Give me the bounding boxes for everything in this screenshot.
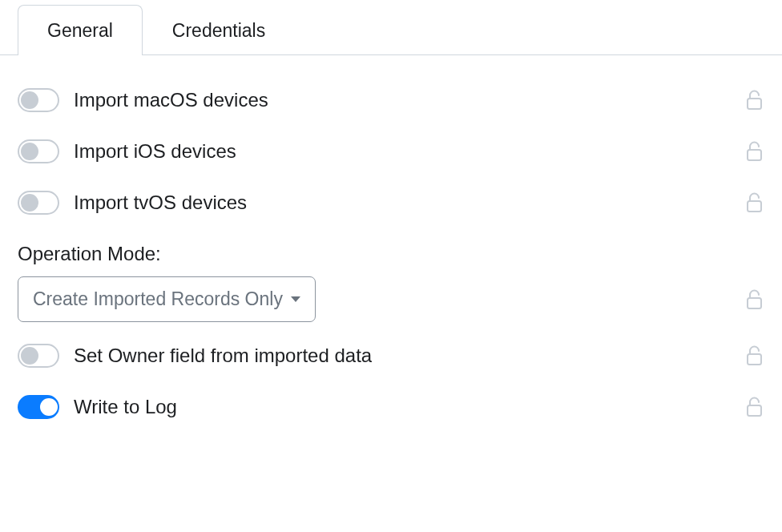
select-operation-mode[interactable]: Create Imported Records Only bbox=[18, 276, 316, 322]
caret-down-icon bbox=[291, 296, 300, 302]
svg-rect-1 bbox=[748, 150, 761, 160]
label-import-macos: Import macOS devices bbox=[74, 89, 268, 111]
unlock-icon[interactable] bbox=[745, 345, 764, 367]
row-operation-mode: Create Imported Records Only bbox=[18, 276, 764, 322]
label-import-ios: Import iOS devices bbox=[74, 140, 236, 163]
unlock-icon[interactable] bbox=[745, 89, 764, 111]
label-set-owner: Set Owner field from imported data bbox=[74, 345, 372, 367]
tab-credentials[interactable]: Credentials bbox=[143, 5, 295, 54]
svg-rect-2 bbox=[748, 201, 761, 212]
unlock-icon[interactable] bbox=[745, 140, 764, 163]
row-set-owner: Set Owner field from imported data bbox=[18, 330, 764, 381]
row-write-log: Write to Log bbox=[18, 381, 764, 433]
toggle-set-owner[interactable] bbox=[18, 344, 59, 368]
row-import-macos: Import macOS devices bbox=[18, 75, 764, 126]
toggle-import-macos[interactable] bbox=[18, 88, 59, 112]
label-import-tvos: Import tvOS devices bbox=[74, 191, 247, 214]
toggle-write-log[interactable] bbox=[18, 395, 59, 419]
tab-general[interactable]: General bbox=[18, 5, 143, 55]
unlock-icon[interactable] bbox=[745, 288, 764, 311]
general-panel: Import macOS devices Import iOS devices … bbox=[0, 55, 782, 433]
operation-mode-label: Operation Mode: bbox=[18, 243, 764, 265]
toggle-import-ios[interactable] bbox=[18, 139, 59, 163]
tab-bar: General Credentials bbox=[0, 0, 782, 55]
unlock-icon[interactable] bbox=[745, 191, 764, 214]
svg-rect-3 bbox=[748, 298, 761, 308]
toggle-import-tvos[interactable] bbox=[18, 191, 59, 215]
svg-rect-5 bbox=[748, 405, 761, 416]
svg-rect-4 bbox=[748, 354, 761, 365]
row-import-ios: Import iOS devices bbox=[18, 126, 764, 177]
row-import-tvos: Import tvOS devices bbox=[18, 177, 764, 228]
label-write-log: Write to Log bbox=[74, 396, 177, 418]
unlock-icon[interactable] bbox=[745, 396, 764, 418]
select-operation-mode-value: Create Imported Records Only bbox=[33, 288, 283, 310]
svg-rect-0 bbox=[748, 99, 761, 109]
